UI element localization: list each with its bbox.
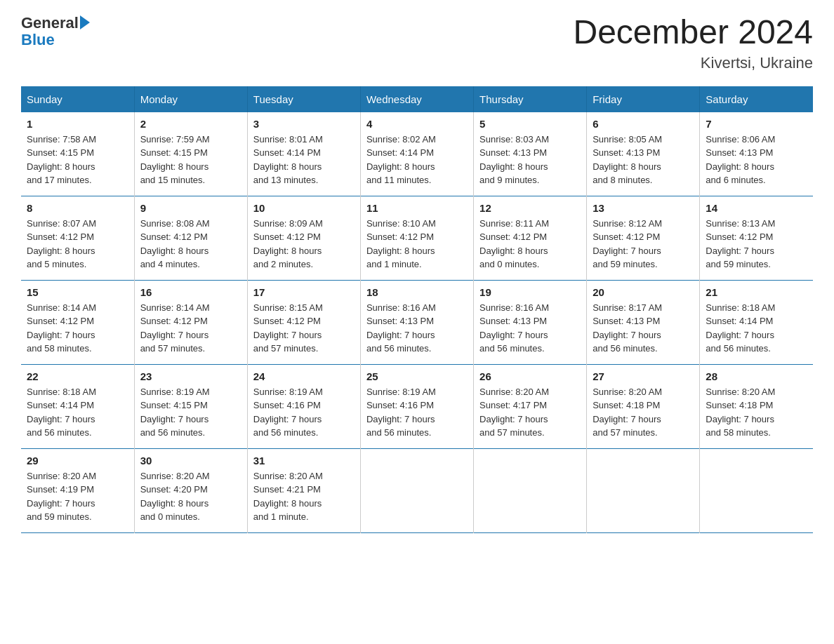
day-info: Sunrise: 8:20 AMSunset: 4:20 PMDaylight:…: [140, 469, 241, 524]
calendar-week-1: 1Sunrise: 7:58 AMSunset: 4:15 PMDaylight…: [21, 112, 813, 196]
day-number: 28: [706, 370, 807, 382]
calendar-subtitle: Kivertsi, Ukraine: [573, 54, 813, 72]
day-number: 26: [479, 370, 581, 382]
day-info: Sunrise: 8:16 AMSunset: 4:13 PMDaylight:…: [479, 301, 581, 356]
calendar-week-4: 22Sunrise: 8:18 AMSunset: 4:14 PMDayligh…: [21, 364, 813, 448]
weekday-header-tuesday: Tuesday: [247, 86, 360, 112]
calendar-cell: 4Sunrise: 8:02 AMSunset: 4:14 PMDaylight…: [360, 112, 473, 196]
calendar-cell: 27Sunrise: 8:20 AMSunset: 4:18 PMDayligh…: [587, 364, 700, 448]
weekday-header-wednesday: Wednesday: [360, 86, 473, 112]
calendar-cell: 17Sunrise: 8:15 AMSunset: 4:12 PMDayligh…: [247, 280, 360, 364]
calendar-cell: 20Sunrise: 8:17 AMSunset: 4:13 PMDayligh…: [587, 280, 700, 364]
calendar-cell: [360, 448, 473, 532]
day-info: Sunrise: 8:08 AMSunset: 4:12 PMDaylight:…: [140, 217, 241, 271]
title-block: December 2024 Kivertsi, Ukraine: [573, 14, 813, 72]
day-info: Sunrise: 8:03 AMSunset: 4:13 PMDaylight:…: [479, 133, 581, 187]
weekday-header-sunday: Sunday: [21, 86, 134, 112]
day-info: Sunrise: 8:06 AMSunset: 4:13 PMDaylight:…: [706, 133, 807, 187]
day-number: 9: [140, 202, 241, 214]
weekday-header-monday: Monday: [134, 86, 247, 112]
logo: General Blue: [21, 14, 90, 48]
calendar-cell: 29Sunrise: 8:20 AMSunset: 4:19 PMDayligh…: [21, 448, 134, 532]
page-header: General Blue December 2024 Kivertsi, Ukr…: [21, 14, 813, 72]
calendar-cell: 8Sunrise: 8:07 AMSunset: 4:12 PMDaylight…: [21, 196, 134, 280]
calendar-body: 1Sunrise: 7:58 AMSunset: 4:15 PMDaylight…: [21, 112, 813, 533]
day-number: 23: [140, 370, 241, 382]
day-number: 13: [593, 202, 694, 214]
weekday-header-thursday: Thursday: [474, 86, 587, 112]
calendar-cell: 25Sunrise: 8:19 AMSunset: 4:16 PMDayligh…: [360, 364, 473, 448]
day-number: 31: [253, 455, 355, 467]
day-number: 10: [253, 202, 355, 214]
day-number: 25: [366, 370, 468, 382]
day-info: Sunrise: 8:01 AMSunset: 4:14 PMDaylight:…: [253, 133, 355, 187]
calendar-cell: 6Sunrise: 8:05 AMSunset: 4:13 PMDaylight…: [587, 112, 700, 196]
calendar-cell: 19Sunrise: 8:16 AMSunset: 4:13 PMDayligh…: [474, 280, 587, 364]
calendar-week-2: 8Sunrise: 8:07 AMSunset: 4:12 PMDaylight…: [21, 196, 813, 280]
day-info: Sunrise: 8:19 AMSunset: 4:16 PMDaylight:…: [366, 385, 468, 440]
day-info: Sunrise: 8:14 AMSunset: 4:12 PMDaylight:…: [27, 301, 128, 356]
day-info: Sunrise: 8:14 AMSunset: 4:12 PMDaylight:…: [140, 301, 241, 356]
day-number: 12: [479, 202, 581, 214]
day-info: Sunrise: 7:59 AMSunset: 4:15 PMDaylight:…: [140, 133, 241, 187]
day-info: Sunrise: 8:05 AMSunset: 4:13 PMDaylight:…: [593, 133, 694, 187]
day-number: 20: [593, 286, 694, 298]
day-info: Sunrise: 8:20 AMSunset: 4:19 PMDaylight:…: [27, 469, 128, 524]
calendar-cell: 13Sunrise: 8:12 AMSunset: 4:12 PMDayligh…: [587, 196, 700, 280]
calendar-table: SundayMondayTuesdayWednesdayThursdayFrid…: [21, 86, 813, 533]
calendar-cell: [587, 448, 700, 532]
day-number: 22: [27, 370, 128, 382]
calendar-cell: 3Sunrise: 8:01 AMSunset: 4:14 PMDaylight…: [247, 112, 360, 196]
calendar-cell: 30Sunrise: 8:20 AMSunset: 4:20 PMDayligh…: [134, 448, 247, 532]
calendar-cell: 11Sunrise: 8:10 AMSunset: 4:12 PMDayligh…: [360, 196, 473, 280]
day-info: Sunrise: 8:20 AMSunset: 4:17 PMDaylight:…: [479, 385, 581, 440]
weekday-header-saturday: Saturday: [700, 86, 813, 112]
logo-arrow-icon: [80, 15, 90, 29]
weekday-header-friday: Friday: [587, 86, 700, 112]
calendar-cell: 31Sunrise: 8:20 AMSunset: 4:21 PMDayligh…: [247, 448, 360, 532]
day-number: 7: [706, 118, 807, 130]
day-info: Sunrise: 7:58 AMSunset: 4:15 PMDaylight:…: [27, 133, 128, 187]
calendar-cell: [700, 448, 813, 532]
calendar-cell: 23Sunrise: 8:19 AMSunset: 4:15 PMDayligh…: [134, 364, 247, 448]
day-number: 21: [706, 286, 807, 298]
calendar-cell: 24Sunrise: 8:19 AMSunset: 4:16 PMDayligh…: [247, 364, 360, 448]
calendar-cell: 12Sunrise: 8:11 AMSunset: 4:12 PMDayligh…: [474, 196, 587, 280]
day-info: Sunrise: 8:11 AMSunset: 4:12 PMDaylight:…: [479, 217, 581, 271]
calendar-cell: 1Sunrise: 7:58 AMSunset: 4:15 PMDaylight…: [21, 112, 134, 196]
day-number: 1: [27, 118, 128, 130]
day-number: 18: [366, 286, 468, 298]
day-number: 4: [366, 118, 468, 130]
day-number: 3: [253, 118, 355, 130]
calendar-cell: 7Sunrise: 8:06 AMSunset: 4:13 PMDaylight…: [700, 112, 813, 196]
day-number: 2: [140, 118, 241, 130]
day-number: 17: [253, 286, 355, 298]
calendar-cell: 22Sunrise: 8:18 AMSunset: 4:14 PMDayligh…: [21, 364, 134, 448]
day-number: 19: [479, 286, 581, 298]
day-info: Sunrise: 8:12 AMSunset: 4:12 PMDaylight:…: [593, 217, 694, 271]
logo-blue-text: Blue: [21, 32, 55, 48]
calendar-cell: 9Sunrise: 8:08 AMSunset: 4:12 PMDaylight…: [134, 196, 247, 280]
day-number: 5: [479, 118, 581, 130]
day-info: Sunrise: 8:15 AMSunset: 4:12 PMDaylight:…: [253, 301, 355, 356]
day-number: 27: [593, 370, 694, 382]
day-number: 8: [27, 202, 128, 214]
day-number: 14: [706, 202, 807, 214]
day-info: Sunrise: 8:20 AMSunset: 4:21 PMDaylight:…: [253, 469, 355, 524]
day-info: Sunrise: 8:19 AMSunset: 4:15 PMDaylight:…: [140, 385, 241, 440]
day-info: Sunrise: 8:16 AMSunset: 4:13 PMDaylight:…: [366, 301, 468, 356]
day-info: Sunrise: 8:02 AMSunset: 4:14 PMDaylight:…: [366, 133, 468, 187]
calendar-cell: [474, 448, 587, 532]
day-info: Sunrise: 8:13 AMSunset: 4:12 PMDaylight:…: [706, 217, 807, 271]
logo-general-text: General: [21, 14, 79, 32]
day-number: 29: [27, 455, 128, 467]
calendar-cell: 21Sunrise: 8:18 AMSunset: 4:14 PMDayligh…: [700, 280, 813, 364]
calendar-cell: 2Sunrise: 7:59 AMSunset: 4:15 PMDaylight…: [134, 112, 247, 196]
day-info: Sunrise: 8:17 AMSunset: 4:13 PMDaylight:…: [593, 301, 694, 356]
day-info: Sunrise: 8:10 AMSunset: 4:12 PMDaylight:…: [366, 217, 468, 271]
calendar-cell: 15Sunrise: 8:14 AMSunset: 4:12 PMDayligh…: [21, 280, 134, 364]
calendar-cell: 18Sunrise: 8:16 AMSunset: 4:13 PMDayligh…: [360, 280, 473, 364]
day-info: Sunrise: 8:20 AMSunset: 4:18 PMDaylight:…: [593, 385, 694, 440]
calendar-week-3: 15Sunrise: 8:14 AMSunset: 4:12 PMDayligh…: [21, 280, 813, 364]
calendar-header: SundayMondayTuesdayWednesdayThursdayFrid…: [21, 86, 813, 112]
